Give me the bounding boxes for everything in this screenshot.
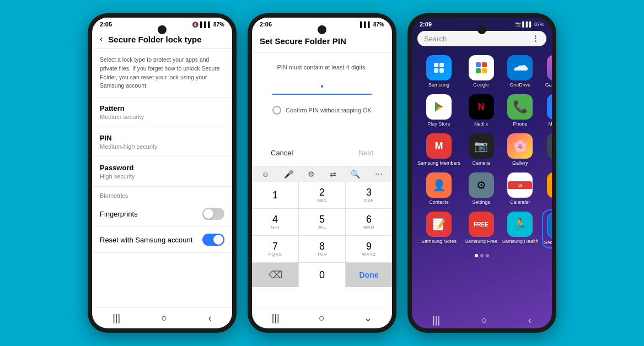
back-button-1[interactable]: ‹ [100,34,103,44]
key-7[interactable]: 7 PQRS [252,236,298,262]
app-label-google: Google [473,82,489,88]
language-icon[interactable]: ⇄ [330,170,336,179]
lock-option-pattern[interactable]: Pattern Medium security [92,98,232,127]
app-samsung-members[interactable]: M Samsung Members [416,131,461,168]
app-netflix[interactable]: N Netflix [464,92,498,129]
confirm-radio[interactable] [272,106,281,115]
lock-option-password[interactable]: Password High security [92,157,232,187]
nav-back-1[interactable]: ‹ [208,312,212,324]
fingerprints-row: Fingerprints [92,201,232,227]
phone-1: 2:05 🔇 ▌▌▌ 87% ‹ Secure Folder lock type… [88,13,237,333]
nav-recent-2[interactable]: ||| [272,312,280,324]
fingerprints-toggle-knob [203,209,213,219]
nav-down-2[interactable]: ⌄ [364,312,372,324]
app-secure-folder[interactable]: 🔒 Secure Folder [542,209,552,248]
app-google[interactable]: Google [464,53,498,90]
samsung-account-toggle-knob [213,235,223,245]
app-onedrive[interactable]: OneDrive [501,53,540,90]
more-icon[interactable]: ⋯ [375,170,383,179]
key-9-letters: WXYZ [362,252,375,257]
app-label-samsung-health: Samsung Health [502,239,539,244]
phone-3-notch [477,25,486,34]
status-time-1: 2:05 [100,21,112,28]
home-nav-back[interactable]: ‹ [528,315,532,326]
pin-title: Set Secure Folder PIN [260,36,384,46]
app-camera[interactable]: 📷 Camera [464,131,498,168]
app-label-secure-folder: Secure Folder [544,240,552,245]
app-samsung[interactable]: Samsung [416,53,461,90]
app-settings[interactable]: ⚙ Settings [464,170,498,207]
key-4-num: 4 [272,214,278,224]
app-icon-settings: ⚙ [469,172,494,198]
nav-home-1[interactable]: ○ [162,312,168,324]
search-icon[interactable]: 🔍 [351,170,360,179]
app-contacts[interactable]: 👤 Contacts [416,170,461,207]
status-icons-1: 🔇 ▌▌▌ 87% [192,21,224,28]
key-5[interactable]: 5 JKL [299,209,345,235]
app-clock[interactable]: 🕐 Clock [542,131,552,168]
app-tips[interactable]: 💡 Tips [542,170,552,207]
app-icon-contacts: 👤 [426,172,452,198]
key-8[interactable]: 8 TUV [299,236,345,262]
key-done[interactable]: Done [346,263,392,287]
app-icon-tips: 💡 [547,172,552,198]
app-label-samsung-notes: Samsung Notes [421,239,457,244]
key-6[interactable]: 6 MNO [346,209,392,235]
key-2-letters: ABC [317,198,327,203]
cancel-button[interactable]: Cancel [265,145,298,160]
home-nav-home[interactable]: ○ [481,315,487,326]
key-2[interactable]: 2 ABC [299,182,345,208]
key-delete-icon: ⌫ [269,269,282,281]
biometrics-section-label: Biometrics [92,187,232,201]
app-icon-netflix: N [469,94,494,120]
nav-bar-1: ||| ○ ‹ [92,307,232,328]
app-label-samsung-members: Samsung Members [417,160,460,166]
mic-icon[interactable]: 🎤 [284,170,293,179]
pin-input[interactable] [272,79,372,95]
key-3[interactable]: 3 DEF [346,182,392,208]
app-samsung-health[interactable]: 🏃 Samsung Health [501,209,540,248]
app-calendar[interactable]: 19 Calendar [501,170,540,207]
samsung-account-label: Reset with Samsung account [100,236,192,244]
app-galaxy-store[interactable]: 🛍 Galaxy Store [542,53,552,90]
app-icon-samsung-health: 🏃 [507,212,533,237]
fingerprints-toggle[interactable] [202,208,224,220]
app-phone[interactable]: 📞 Phone [501,92,540,129]
key-delete[interactable]: ⌫ [252,263,298,287]
phones-container: 2:05 🔇 ▌▌▌ 87% ‹ Secure Folder lock type… [0,0,644,346]
settings-icon[interactable]: ⚙ [308,170,315,179]
app-gallery[interactable]: 🌸 Gallery [501,131,540,168]
status-icons-2: ▌▌▌ 87% [360,21,384,28]
app-play-store[interactable]: Play Store [416,92,461,129]
app-label-onedrive: OneDrive [509,82,530,88]
nav-recent-1[interactable]: ||| [112,312,120,324]
app-label-galaxy-store: Galaxy Store [545,82,552,88]
app-icon-messages: 💬 [547,94,552,120]
phone-3: 2:09 📷 ▌▌▌ 87% Search ⋮ [407,13,556,333]
key-0[interactable]: 0 [299,263,345,287]
lock-option-pin[interactable]: PIN Medium-high security [92,127,232,157]
phone-1-screen: 2:05 🔇 ▌▌▌ 87% ‹ Secure Folder lock type… [92,18,232,328]
app-label-phone: Phone [513,121,527,127]
lock-option-pattern-title: Pattern [100,104,224,112]
home-nav-recent[interactable]: ||| [432,315,440,326]
key-6-letters: MNO [363,225,374,230]
lock-option-pin-title: PIN [100,134,224,142]
app-icon-onedrive [507,55,533,80]
key-0-num: 0 [319,270,325,280]
key-9[interactable]: 9 WXYZ [346,236,392,262]
pin-hint: PIN must contain at least 4 digits. [277,64,367,71]
key-4-letters: GHI [271,225,280,230]
key-4[interactable]: 4 GHI [252,209,298,235]
app-samsung-notes[interactable]: 📝 Samsung Notes [416,209,461,248]
search-menu-icon[interactable]: ⋮ [532,34,540,43]
pin-area: PIN must contain at least 4 digits. Conf… [252,53,392,120]
app-messages[interactable]: 💬 Messages [542,92,552,129]
app-samsung-free[interactable]: FREE Samsung Free [464,209,498,248]
key-5-letters: JKL [318,225,326,230]
emoji-icon[interactable]: ☺ [261,170,269,179]
next-button[interactable]: Next [353,145,379,160]
nav-home-2[interactable]: ○ [319,312,325,324]
samsung-account-toggle[interactable] [202,234,224,246]
key-1[interactable]: 1 [252,182,298,208]
